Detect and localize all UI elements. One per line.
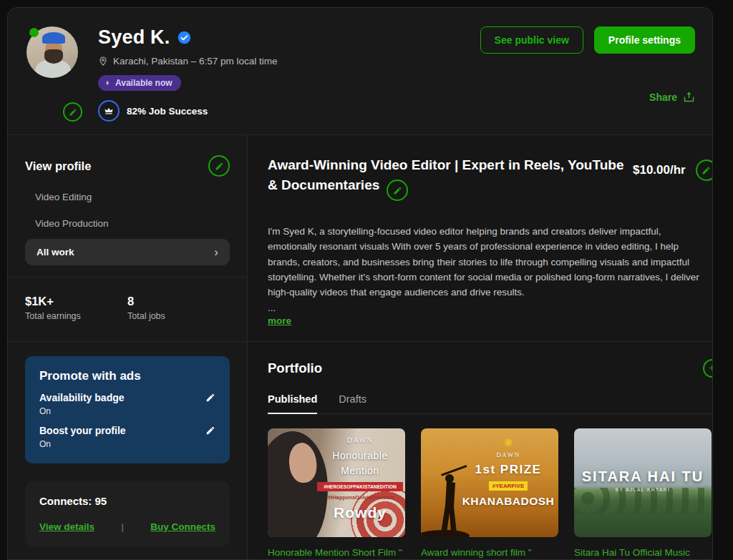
profile-settings-button[interactable]: Profile settings <box>594 26 695 54</box>
avatar-wrap <box>26 26 84 122</box>
links-divider: | <box>121 521 123 532</box>
total-earnings-stat: $1K+ Total earnings <box>25 295 127 321</box>
job-success-crown-icon <box>98 100 120 122</box>
boost-profile-setting-label: Boost your profile <box>39 425 126 436</box>
total-jobs-label: Total jobs <box>127 311 230 321</box>
sitara-title: SITARA HAI TU <box>574 468 712 485</box>
edit-availability-badge-button[interactable] <box>205 393 215 403</box>
header-actions: See public view Profile settings Share <box>480 26 695 122</box>
sidebar-item-all-work[interactable]: All work › <box>25 239 230 265</box>
yearfive-tag: #YEARFIVE <box>489 481 528 491</box>
tab-published[interactable]: Published <box>268 393 317 414</box>
share-button[interactable]: Share <box>649 91 695 103</box>
dawn-logo: DAWN <box>317 436 403 444</box>
portfolio-section: Portfolio <box>248 342 713 560</box>
hourly-rate: $10.00/hr <box>633 163 686 177</box>
sidebar-lower: Promote with ads Availability badge On B… <box>8 341 247 546</box>
edit-rate-button[interactable] <box>696 159 713 181</box>
total-jobs-stat: 8 Total jobs <box>127 295 230 321</box>
shutter-icon: ❋ <box>461 437 555 448</box>
portfolio-thumbnail-khanabadosh[interactable]: ❋ DAWN 1st PRIZE #YEARFIVE KHANABADOSH <box>421 428 558 537</box>
overview-section: Award-Winning Video Editor | Expert in R… <box>248 135 713 342</box>
portfolio-thumbnail-sitara[interactable]: SITARA HAI TU BY AJLAL KHTARI <box>574 428 712 537</box>
view-details-link[interactable]: View details <box>39 521 94 532</box>
total-jobs-value: 8 <box>127 295 230 308</box>
availability-badge-setting-label: Availability badge <box>39 392 125 403</box>
profile-header: Syed K. Karachi, Pakistan – 6:57 pm loca… <box>8 8 712 135</box>
chevron-right-icon: › <box>214 246 218 258</box>
edit-title-button[interactable] <box>387 180 408 201</box>
more-link[interactable]: more <box>268 315 291 326</box>
total-earnings-value: $1K+ <box>25 295 127 308</box>
avatar-cap <box>42 32 65 44</box>
edit-view-profile-button[interactable] <box>208 155 230 177</box>
location-text: Karachi, Pakistan – 6:57 pm local time <box>113 56 278 67</box>
share-icon <box>683 91 695 103</box>
portfolio-card-rowdy: DAWN Honourable Mention #HEROESOFPAKISTA… <box>268 428 405 560</box>
khanabadosh-title: KHANABADOSH <box>461 495 555 508</box>
boost-profile-status: On <box>39 439 215 449</box>
view-profile-title: View profile <box>25 159 91 173</box>
job-success-text: 82% Job Success <box>127 106 208 117</box>
portfolio-cards: DAWN Honourable Mention #HEROESOFPAKISTA… <box>268 428 713 560</box>
sidebar: View profile Video Editing Video Product… <box>8 135 248 560</box>
availability-badge-status: On <box>39 406 215 416</box>
job-success: 82% Job Success <box>98 100 480 122</box>
connects-card: Connects: 95 View details | Buy Connects <box>25 481 230 546</box>
tab-drafts[interactable]: Drafts <box>339 393 366 413</box>
sidebar-item-video-editing[interactable]: Video Editing <box>25 184 230 210</box>
availability-badge: Available now <box>98 75 181 91</box>
connects-count: Connects: 95 <box>39 495 215 507</box>
portfolio-caption[interactable]: Sitara Hai Tu Official Music Video. <box>574 546 712 560</box>
profile-name: Syed K. <box>98 26 170 49</box>
rowdy-red-band: #HEROESOFPAKISTANEDITION <box>317 482 403 491</box>
sidebar-item-video-production[interactable]: Video Production <box>25 210 230 237</box>
promote-title: Promote with ads <box>39 369 215 383</box>
add-portfolio-button[interactable] <box>703 359 713 378</box>
portfolio-thumbnail-rowdy[interactable]: DAWN Honourable Mention #HEROESOFPAKISTA… <box>268 428 405 537</box>
header-info: Syed K. Karachi, Pakistan – 6:57 pm loca… <box>98 26 480 122</box>
profile-page: Syed K. Karachi, Pakistan – 6:57 pm loca… <box>7 7 713 560</box>
avatar-beard <box>44 49 63 64</box>
pencil-icon <box>69 108 77 117</box>
online-status-dot <box>29 28 39 37</box>
promote-with-ads-card: Promote with ads Availability badge On B… <box>25 356 230 463</box>
main-content: Award-Winning Video Editor | Expert in R… <box>248 135 713 560</box>
portfolio-caption[interactable]: Award winning short film " KHANABADOSH "… <box>421 546 558 560</box>
dawn-logo: DAWN <box>461 451 555 458</box>
portfolio-caption[interactable]: Honorable Mention Short Film " ROWDY " b… <box>268 546 405 560</box>
lightning-icon <box>105 79 111 87</box>
stats-section: $1K+ Total earnings 8 Total jobs <box>8 277 247 341</box>
total-earnings-label: Total earnings <box>25 311 127 321</box>
plus-icon <box>707 363 713 373</box>
edit-boost-profile-button[interactable] <box>205 426 215 436</box>
verified-badge-icon <box>178 31 191 44</box>
portfolio-card-sitara: SITARA HAI TU BY AJLAL KHTARI Sitara Hai… <box>574 428 712 560</box>
portfolio-card-khanabadosh: ❋ DAWN 1st PRIZE #YEARFIVE KHANABADOSH A… <box>421 428 558 560</box>
description-ellipsis: ... <box>268 303 713 313</box>
edit-avatar-button[interactable] <box>63 102 82 122</box>
location-pin-icon <box>98 56 108 67</box>
profile-description: I'm Syed K, a storytelling-focused video… <box>268 224 706 300</box>
view-profile-section: View profile Video Editing Video Product… <box>8 135 247 277</box>
rowdy-title: Rowdy <box>317 504 403 521</box>
buy-connects-link[interactable]: Buy Connects <box>150 521 215 532</box>
portfolio-title: Portfolio <box>268 360 322 376</box>
pencil-icon <box>215 162 224 171</box>
profile-title: Award-Winning Video Editor | Expert in R… <box>268 157 623 192</box>
portfolio-tabs: Published Drafts <box>268 393 713 414</box>
see-public-view-button[interactable]: See public view <box>480 26 583 54</box>
